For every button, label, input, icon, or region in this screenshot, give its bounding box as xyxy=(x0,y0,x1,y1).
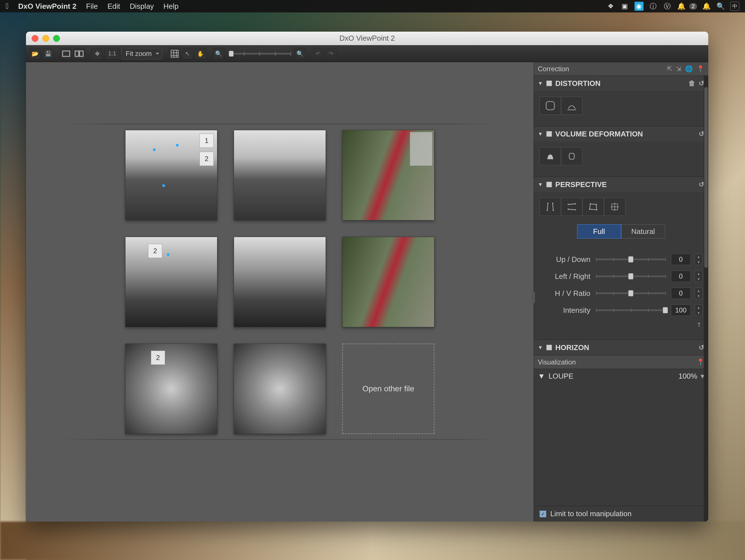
split-view-button[interactable] xyxy=(73,48,85,59)
window-close-button[interactable] xyxy=(32,35,38,42)
disclosure-icon: ▼ xyxy=(538,80,543,87)
visualization-panel: ▼ LOUPE 100% ▾ ✓ Limit to tool manipulat… xyxy=(534,369,708,522)
menu-edit[interactable]: Edit xyxy=(107,2,120,11)
slider-value[interactable]: 0 xyxy=(671,254,691,265)
sidebar-scrollbar[interactable] xyxy=(704,76,708,522)
perspective-vertical-button[interactable] xyxy=(540,198,561,216)
app-menu[interactable]: DxO ViewPoint 2 xyxy=(18,2,76,11)
pointer-tool-button[interactable]: ↖ xyxy=(182,48,193,59)
slider-track[interactable] xyxy=(596,309,665,311)
slider-value[interactable]: 0 xyxy=(671,271,691,282)
value-stepper[interactable]: ▲▼ xyxy=(695,288,703,299)
section-header-horizon[interactable]: ▼ HORIZON ↺ xyxy=(534,340,708,355)
perspective-8point-button[interactable] xyxy=(604,198,625,216)
perspective-mode-natural[interactable]: Natural xyxy=(621,224,665,238)
reset-icon[interactable]: ↺ xyxy=(699,79,704,87)
perspective-rectangle-button[interactable] xyxy=(582,198,604,216)
section-enable-checkbox[interactable] xyxy=(546,80,552,86)
loupe-zoom-value[interactable]: 100% xyxy=(679,372,698,381)
svg-point-5 xyxy=(547,203,549,204)
globe-icon[interactable]: 🌐 xyxy=(685,65,693,73)
single-view-button[interactable] xyxy=(61,48,72,59)
sample-thumb[interactable]: 2 xyxy=(125,237,217,327)
volume-sphere-button[interactable] xyxy=(540,147,561,165)
svg-rect-1 xyxy=(75,51,79,56)
collapse-section-icon[interactable]: ⤒ xyxy=(697,322,702,328)
slider-label: Left / Right xyxy=(540,272,590,281)
sample-thumb[interactable] xyxy=(234,343,326,434)
reset-icon[interactable]: ↺ xyxy=(699,180,704,189)
slider-track[interactable] xyxy=(596,275,665,277)
sample-thumb[interactable] xyxy=(342,237,434,327)
disclosure-icon: ▼ xyxy=(538,182,543,188)
distortion-auto-button[interactable] xyxy=(561,97,582,115)
app-window: DxO ViewPoint 2 📂 💾 ✥ 1:1 Fit zoom ↖ ✋ 🔍… xyxy=(26,32,708,522)
value-stepper[interactable]: ▲▼ xyxy=(695,254,703,265)
sample-thumb[interactable]: 1 2 xyxy=(125,130,217,220)
perspective-mode-full[interactable]: Full xyxy=(577,224,621,238)
pin-icon[interactable]: 📍 xyxy=(697,359,704,366)
import-icon[interactable]: ⇲ xyxy=(676,65,681,73)
reset-icon[interactable]: ↺ xyxy=(699,343,704,352)
sample-thumb[interactable] xyxy=(234,130,326,220)
zoom-1to1-button[interactable]: 1:1 xyxy=(104,48,120,59)
volume-cylinder-button[interactable] xyxy=(561,147,582,165)
open-other-file-cell[interactable]: Open other file xyxy=(342,343,434,434)
evernote-icon[interactable]: ❖ xyxy=(606,2,615,11)
panel-resize-handle[interactable] xyxy=(531,292,535,303)
pin-icon[interactable]: 📍 xyxy=(697,65,704,73)
input-source-icon[interactable]: 中 xyxy=(730,2,739,11)
loupe-preview xyxy=(534,383,708,506)
window-zoom-button[interactable] xyxy=(53,35,60,42)
svg-point-14 xyxy=(595,204,596,205)
redo-button[interactable]: ↷ xyxy=(326,48,337,59)
notification-icon[interactable]: 🔔 xyxy=(677,2,686,11)
display-icon[interactable]: ▣ xyxy=(620,2,629,11)
sample-thumb[interactable] xyxy=(342,130,434,220)
undo-button[interactable]: ↶ xyxy=(313,48,324,59)
zoom-slider[interactable] xyxy=(228,53,291,55)
section-header-volume[interactable]: ▼ VOLUME DEFORMATION ↺ xyxy=(534,126,708,141)
app-tile-icon[interactable]: ◉ xyxy=(635,2,644,11)
value-stepper[interactable]: ▲▼ xyxy=(695,271,703,282)
sample-thumb[interactable]: 2 xyxy=(125,343,217,434)
reset-icon[interactable]: ↺ xyxy=(699,130,704,138)
section-header-perspective[interactable]: ▼ PERSPECTIVE ↺ xyxy=(534,177,708,192)
apple-menu-icon[interactable]:  xyxy=(6,2,8,11)
menu-display[interactable]: Display xyxy=(130,2,154,11)
perspective-horizontal-button[interactable] xyxy=(561,198,582,216)
save-file-button[interactable]: 💾 xyxy=(42,48,54,59)
zoom-mode-select[interactable]: Fit zoom xyxy=(122,48,162,59)
section-enable-checkbox[interactable] xyxy=(546,131,552,137)
disclosure-icon: ▼ xyxy=(538,345,543,351)
value-stepper[interactable]: ▲▼ xyxy=(695,304,703,316)
section-enable-checkbox[interactable] xyxy=(546,182,552,187)
bell-icon[interactable]: 🔔 xyxy=(702,2,711,11)
info-icon[interactable]: ⓘ xyxy=(649,2,658,11)
disclosure-icon[interactable]: ▼ xyxy=(538,372,545,381)
slider-track[interactable] xyxy=(596,259,665,260)
hand-tool-button[interactable]: ✋ xyxy=(195,48,206,59)
trash-icon[interactable]: 🗑 xyxy=(688,79,695,87)
open-file-button[interactable]: 📂 xyxy=(29,48,41,59)
export-icon[interactable]: ⇱ xyxy=(667,65,672,73)
slider-value[interactable]: 0 xyxy=(671,288,691,299)
section-header-distortion[interactable]: ▼ DISTORTION 🗑 ↺ xyxy=(534,76,708,91)
slider-track[interactable] xyxy=(596,292,665,294)
distortion-barrel-button[interactable] xyxy=(540,97,561,115)
open-other-label: Open other file xyxy=(362,384,414,393)
section-enable-checkbox[interactable] xyxy=(546,345,552,350)
limit-checkbox[interactable]: ✓ xyxy=(540,510,546,517)
window-minimize-button[interactable] xyxy=(42,35,49,42)
menu-file[interactable]: File xyxy=(86,2,98,11)
vpn-icon[interactable]: Ⓥ xyxy=(663,2,672,11)
menu-help[interactable]: Help xyxy=(163,2,179,11)
grid-button[interactable] xyxy=(169,48,180,59)
spotlight-icon[interactable]: 🔍 xyxy=(716,2,725,11)
sample-thumb[interactable] xyxy=(234,237,326,327)
slider-value[interactable]: 100 xyxy=(671,304,691,316)
zoom-out-button[interactable]: 🔍 xyxy=(213,48,224,59)
zoom-in-button[interactable]: 🔍 xyxy=(294,48,306,59)
window-titlebar[interactable]: DxO ViewPoint 2 xyxy=(26,32,708,45)
move-tool-button[interactable]: ✥ xyxy=(92,48,103,59)
